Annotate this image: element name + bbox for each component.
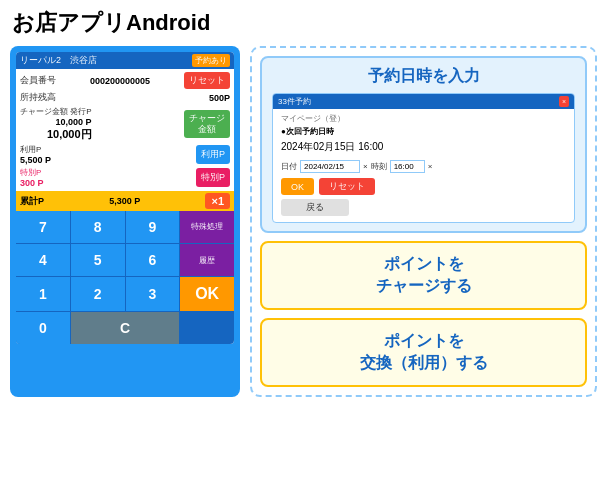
store-name: リーパル2 渋谷店: [20, 54, 97, 67]
charge-button[interactable]: チャージ金額: [184, 110, 230, 138]
page-title: お店アプリAndroid: [12, 8, 210, 38]
riyou-value: 5,500 P: [20, 155, 51, 165]
tokubetsu-info: 特別P 300 P: [20, 167, 44, 188]
key-7[interactable]: 7: [16, 211, 70, 243]
member-row: 会員番号 000200000005 リセット: [20, 71, 230, 90]
phone-container: リーパル2 渋谷店 予約あり 会員番号 000200000005 リセット 所持…: [10, 46, 240, 397]
multiply-badge: ×1: [205, 193, 230, 209]
key-0[interactable]: 0: [16, 312, 70, 344]
delimiter: ×: [363, 162, 368, 171]
riyou-row: 利用P 5,500 P 利用P: [20, 143, 230, 166]
info-section: 会員番号 000200000005 リセット 所持残高 500P チャージ金額 …: [16, 69, 234, 191]
cumulative-value: 5,300 P: [109, 196, 140, 206]
dialog-back-row: 戻る: [281, 199, 566, 216]
right-panel: 予約日時を入力 33件予約 × マイページ（登） ●次回予約日時 2024年02…: [250, 46, 597, 397]
exchange-feature-title: ポイントを 交換（利用）する: [360, 330, 488, 375]
time-input[interactable]: [390, 160, 425, 173]
key-8[interactable]: 8: [71, 211, 125, 243]
tokubetsu-button[interactable]: 特別P: [196, 168, 230, 187]
dialog-ok-button[interactable]: OK: [281, 178, 314, 195]
time-delimiter: ×: [428, 162, 433, 171]
main-layout: リーパル2 渋谷店 予約あり 会員番号 000200000005 リセット 所持…: [0, 42, 607, 405]
cumulative-row: 累計P 5,300 P ×1: [16, 191, 234, 211]
charge-feature-title: ポイントを チャージする: [376, 253, 472, 298]
riyou-info: 利用P 5,500 P: [20, 144, 51, 165]
member-label: 会員番号: [20, 74, 56, 87]
dialog-close-button[interactable]: ×: [559, 96, 569, 107]
tokubetsu-label: 特別P: [20, 167, 44, 178]
history-button[interactable]: 履歴: [180, 244, 234, 276]
key-1[interactable]: 1: [16, 277, 70, 311]
reset-button[interactable]: リセット: [184, 72, 230, 89]
dialog-bullet: ●次回予約日時: [281, 126, 566, 137]
reservation-badge: 予約あり: [192, 54, 230, 67]
reservation-section: 予約日時を入力 33件予約 × マイページ（登） ●次回予約日時 2024年02…: [260, 56, 587, 233]
riyou-button[interactable]: 利用P: [196, 145, 230, 164]
date-input[interactable]: [300, 160, 360, 173]
key-2[interactable]: 2: [71, 277, 125, 311]
page-label: マイページ（登）: [281, 113, 566, 124]
dialog-date: 2024年02月15日 16:00: [281, 140, 566, 154]
special-button[interactable]: 特殊処理: [180, 211, 234, 243]
key-3[interactable]: 3: [126, 277, 180, 311]
dialog-back-button[interactable]: 戻る: [281, 199, 349, 216]
reservation-title: 予約日時を入力: [272, 66, 575, 87]
riyou-label: 利用P: [20, 144, 51, 155]
clear-button[interactable]: C: [71, 312, 180, 344]
key-9[interactable]: 9: [126, 211, 180, 243]
key-6[interactable]: 6: [126, 244, 180, 276]
dialog-input-row: 日付 × 時刻 ×: [281, 160, 566, 173]
dialog-titlebar: 33件予約 ×: [273, 94, 574, 109]
tokubetsu-value: 300 P: [20, 178, 44, 188]
dialog-content: マイページ（登） ●次回予約日時 2024年02月15日 16:00 日付 × …: [281, 113, 566, 216]
charge-issue: 10,000 P: [20, 117, 92, 127]
header: お店アプリAndroid: [0, 0, 607, 42]
charge-label: チャージ金額 発行P: [20, 106, 92, 117]
store-bar: リーパル2 渋谷店 予約あり: [16, 52, 234, 69]
dialog-btn-row: OK リセット: [281, 178, 566, 195]
charge-feature-box[interactable]: ポイントを チャージする: [260, 241, 587, 310]
phone-screen: リーパル2 渋谷店 予約あり 会員番号 000200000005 リセット 所持…: [16, 52, 234, 344]
key-5[interactable]: 5: [71, 244, 125, 276]
ok-button[interactable]: OK: [180, 277, 234, 311]
dialog-reset-button[interactable]: リセット: [319, 178, 375, 195]
balance-row: 所持残高 500P: [20, 90, 230, 105]
dialog-box: 33件予約 × マイページ（登） ●次回予約日時 2024年02月15日 16:…: [272, 93, 575, 223]
key-4[interactable]: 4: [16, 244, 70, 276]
date-label: 日付: [281, 161, 297, 172]
charge-info: チャージ金額 発行P 10,000 P 10,000円: [20, 106, 92, 142]
member-value: 000200000005: [90, 76, 150, 86]
exchange-feature-box[interactable]: ポイントを 交換（利用）する: [260, 318, 587, 387]
balance-value: 500P: [209, 93, 230, 103]
time-label: 時刻: [371, 161, 387, 172]
bottom-boxes: ポイントを チャージする ポイントを 交換（利用）する: [260, 241, 587, 387]
cumulative-label: 累計P: [20, 195, 44, 208]
charge-amount: 10,000円: [20, 127, 92, 142]
dialog-title-text: 33件予約: [278, 96, 311, 107]
charge-row: チャージ金額 発行P 10,000 P 10,000円 チャージ金額: [20, 105, 230, 143]
tokubetsu-row: 特別P 300 P 特別P: [20, 166, 230, 189]
keypad: 7 8 9 特殊処理 4 5 6 履歴 1 2 3 OK 0 C: [16, 211, 234, 344]
balance-label: 所持残高: [20, 91, 56, 104]
